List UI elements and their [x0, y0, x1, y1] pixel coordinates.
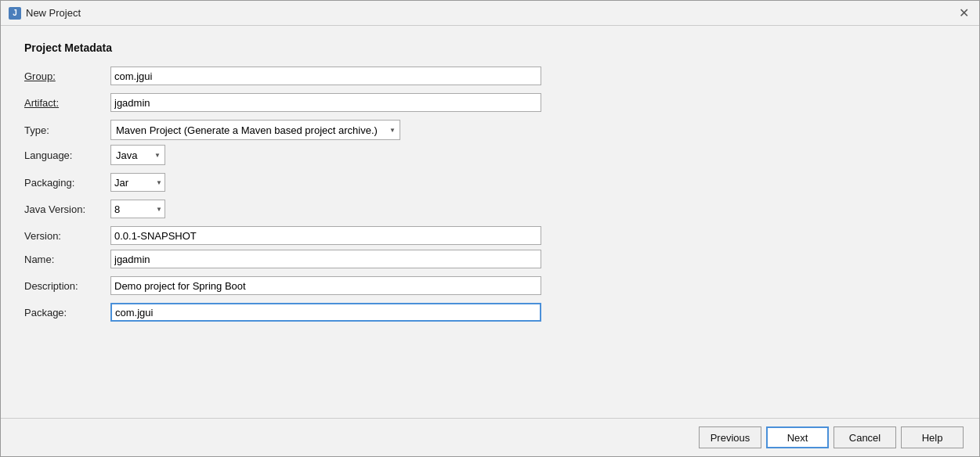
- description-input[interactable]: [110, 276, 541, 295]
- type-select[interactable]: Maven Project (Generate a Maven based pr…: [110, 120, 400, 140]
- artifact-input[interactable]: [110, 93, 541, 112]
- cancel-button[interactable]: Cancel: [834, 426, 896, 448]
- close-button[interactable]: ✕: [956, 5, 971, 21]
- java-version-row: Java Version: 8 11 17 21: [24, 200, 956, 218]
- section-title: Project Metadata: [24, 41, 956, 54]
- titlebar-left: J New Project: [9, 7, 81, 20]
- type-label: Type:: [24, 124, 110, 136]
- version-input[interactable]: [110, 226, 541, 245]
- group-row: Group:: [24, 67, 956, 85]
- name-label: Name:: [24, 254, 110, 265]
- description-row: Description:: [24, 276, 956, 295]
- version-label: Version:: [24, 230, 110, 242]
- package-label: Package:: [24, 307, 110, 318]
- packaging-select[interactable]: Jar War: [110, 173, 165, 192]
- dialog-title: New Project: [26, 7, 81, 19]
- type-select-wrapper: Maven Project (Generate a Maven based pr…: [110, 120, 400, 140]
- language-select[interactable]: Java Kotlin Groovy: [110, 145, 165, 165]
- version-row: Version:: [24, 226, 956, 245]
- group-label: Group:: [24, 70, 110, 82]
- artifact-label: Artifact:: [24, 97, 110, 109]
- titlebar: J New Project ✕: [1, 1, 979, 26]
- type-row: Type: Maven Project (Generate a Maven ba…: [24, 120, 956, 140]
- java-version-label: Java Version:: [24, 203, 110, 215]
- package-row: Package:: [24, 303, 956, 322]
- dialog-content: Project Metadata Group: Artifact: Type: …: [1, 26, 979, 418]
- artifact-row: Artifact:: [24, 93, 956, 112]
- package-input[interactable]: [110, 303, 541, 322]
- java-version-select-wrapper: 8 11 17 21: [110, 200, 165, 218]
- packaging-label: Packaging:: [24, 177, 110, 189]
- name-input[interactable]: [110, 250, 541, 268]
- new-project-dialog: J New Project ✕ Project Metadata Group: …: [0, 0, 980, 457]
- previous-button[interactable]: Previous: [699, 426, 761, 448]
- app-icon: J: [9, 7, 21, 20]
- dialog-footer: Previous Next Cancel Help: [1, 418, 979, 456]
- description-label: Description:: [24, 280, 110, 292]
- packaging-select-wrapper: Jar War: [110, 173, 165, 192]
- language-select-wrapper: Java Kotlin Groovy: [110, 145, 165, 165]
- help-button[interactable]: Help: [901, 426, 964, 448]
- packaging-row: Packaging: Jar War: [24, 173, 956, 192]
- name-row: Name:: [24, 250, 956, 268]
- language-label: Language:: [24, 149, 110, 161]
- next-button[interactable]: Next: [766, 426, 829, 448]
- language-row: Language: Java Kotlin Groovy: [24, 145, 956, 165]
- java-version-select[interactable]: 8 11 17 21: [110, 200, 165, 218]
- group-input[interactable]: [110, 67, 541, 85]
